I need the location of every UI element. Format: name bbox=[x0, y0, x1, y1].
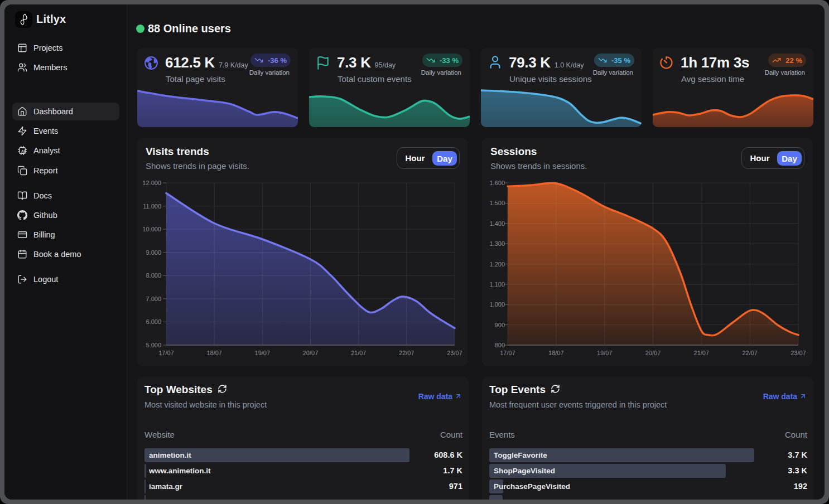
svg-text:10.000: 10.000 bbox=[142, 226, 161, 232]
svg-text:1.400: 1.400 bbox=[489, 220, 505, 227]
svg-text:9.000: 9.000 bbox=[146, 249, 161, 256]
svg-text:11.000: 11.000 bbox=[143, 203, 161, 210]
svg-text:7.000: 7.000 bbox=[146, 295, 161, 302]
svg-text:12.000: 12.000 bbox=[142, 180, 161, 186]
svg-text:21/07: 21/07 bbox=[694, 350, 710, 356]
svg-text:17/07: 17/07 bbox=[500, 350, 515, 356]
svg-text:5.000: 5.000 bbox=[146, 342, 161, 348]
svg-text:23/07: 23/07 bbox=[447, 350, 462, 356]
svg-text:19/07: 19/07 bbox=[597, 350, 613, 356]
svg-text:AI: AI bbox=[21, 149, 25, 153]
svg-text:17/07: 17/07 bbox=[158, 350, 174, 356]
svg-text:1.300: 1.300 bbox=[489, 240, 505, 247]
svg-text:22/07: 22/07 bbox=[399, 350, 414, 356]
svg-text:18/07: 18/07 bbox=[548, 350, 564, 356]
svg-text:21/07: 21/07 bbox=[351, 350, 367, 356]
svg-text:1.500: 1.500 bbox=[489, 200, 505, 206]
svg-text:19/07: 19/07 bbox=[255, 350, 271, 356]
svg-text:8.000: 8.000 bbox=[146, 272, 161, 279]
svg-text:23/07: 23/07 bbox=[791, 350, 806, 356]
svg-text:18/07: 18/07 bbox=[206, 350, 222, 356]
svg-text:900: 900 bbox=[495, 322, 505, 328]
svg-text:1.100: 1.100 bbox=[489, 281, 505, 288]
svg-text:1.600: 1.600 bbox=[489, 180, 505, 186]
svg-text:20/07: 20/07 bbox=[303, 350, 319, 356]
svg-text:1.200: 1.200 bbox=[489, 261, 505, 268]
svg-text:6.000: 6.000 bbox=[146, 318, 161, 325]
svg-text:1.000: 1.000 bbox=[489, 301, 505, 308]
svg-text:22/07: 22/07 bbox=[742, 350, 758, 356]
svg-text:800: 800 bbox=[495, 342, 505, 348]
svg-text:20/07: 20/07 bbox=[645, 350, 661, 356]
